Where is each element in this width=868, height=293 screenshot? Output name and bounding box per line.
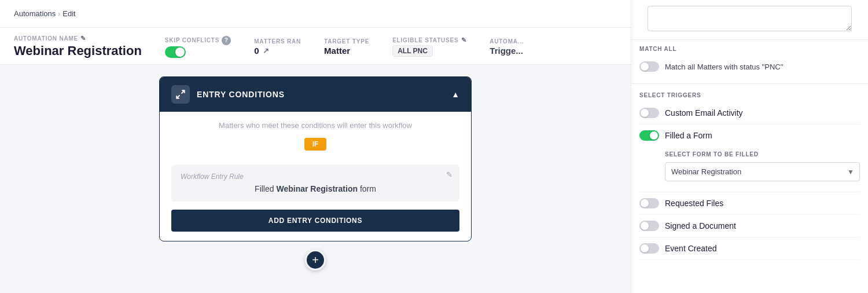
add-entry-conditions-button[interactable]: ADD ENTRY CONDITIONS	[171, 210, 459, 232]
status-badge: ALL PNC	[392, 45, 433, 57]
match-all-toggle[interactable]	[639, 61, 659, 72]
toggle-custom-email[interactable]	[639, 108, 659, 118]
breadcrumb-current: Edit	[62, 9, 75, 18]
rule-post-text: form	[360, 184, 376, 193]
top-bar: Automations › Edit	[0, 0, 631, 28]
rule-edit-icon[interactable]: ✎	[446, 170, 453, 179]
matters-ran-value-wrap: 0 ↗	[254, 46, 301, 56]
triggers-area: Custom Email Activity Filled a Form SELE…	[631, 102, 868, 260]
form-select-subsection: SELECT FORM TO BE FILLED Webinar Registr…	[639, 146, 860, 186]
trigger-custom-email: Custom Email Activity	[639, 102, 860, 124]
automation-name-label: AUTOMATION NAME ✎	[14, 35, 142, 42]
collapse-button[interactable]: ▲	[451, 90, 459, 99]
trigger-signed-document: Signed a Document	[639, 215, 860, 237]
trigger-custom-email-label: Custom Email Activity	[665, 108, 743, 118]
match-all-row: Match all Matters with status "PNC"	[639, 58, 860, 75]
eligible-statuses-label: ELIGIBLE STATUSES ✎	[392, 36, 466, 44]
breadcrumb-root[interactable]: Automations	[14, 9, 56, 18]
matters-ran-label: MATTERS RAN	[254, 38, 301, 45]
entry-card-header-left: ENTRY CONDITIONS	[171, 85, 285, 104]
entry-description: Matters who meet these conditions will e…	[171, 121, 459, 130]
match-all-section: MATCH ALL Match all Matters with status …	[631, 40, 868, 81]
eligible-statuses-field: ELIGIBLE STATUSES ✎ ALL PNC	[392, 36, 466, 57]
skip-conflicts-label: SKIP CONFLICTS ?	[165, 36, 231, 45]
match-all-label: MATCH ALL	[639, 46, 860, 52]
toggle-filled-form[interactable]	[639, 130, 659, 141]
skip-conflicts-field: SKIP CONFLICTS ?	[165, 36, 231, 58]
help-icon[interactable]: ?	[222, 36, 231, 45]
form-dropdown[interactable]: Webinar Registration	[665, 162, 860, 181]
select-triggers-label: SELECT TRIGGERS	[631, 86, 868, 102]
rule-pre-text: Filled	[255, 184, 274, 193]
entry-conditions-card: ENTRY CONDITIONS ▲ Matters who meet thes…	[159, 76, 472, 241]
automation-trigger-value: Trigge...	[490, 46, 524, 56]
automation-trigger-label: AUTOMA...	[490, 38, 524, 45]
header-section: AUTOMATION NAME ✎ Webinar Registration S…	[0, 28, 631, 65]
entry-card-body: Matters who meet these conditions will e…	[160, 112, 471, 241]
entry-icon	[171, 85, 190, 104]
toggle-event-created[interactable]	[639, 243, 659, 254]
entry-conditions-title: ENTRY CONDITIONS	[197, 90, 285, 99]
sub-section-label: SELECT FORM TO BE FILLED	[665, 151, 860, 158]
breadcrumb: Automations › Edit	[14, 9, 76, 18]
automation-name-block: AUTOMATION NAME ✎ Webinar Registration	[14, 35, 142, 58]
if-badge: IF	[304, 138, 327, 151]
trigger-event-created: Event Created	[639, 237, 860, 260]
rule-value: Filled Webinar Registration form	[181, 184, 450, 193]
content-area: ENTRY CONDITIONS ▲ Matters who meet thes…	[0, 65, 631, 282]
section-divider-1	[631, 83, 868, 84]
panel-textarea[interactable]	[648, 6, 852, 31]
target-type-field: TARGET TYPE Matter	[324, 38, 369, 56]
add-node-button[interactable]: +	[305, 250, 326, 270]
automation-title: Webinar Registration	[14, 43, 142, 58]
target-type-value: Matter	[324, 46, 369, 56]
matters-ran-value: 0	[254, 46, 259, 56]
trigger-signed-document-label: Signed a Document	[665, 221, 736, 230]
eligible-statuses-value: ALL PNC	[392, 45, 466, 57]
trigger-filled-form: Filled a Form SELECT FORM TO BE FILLED W…	[639, 124, 860, 192]
edit-icon[interactable]: ✎	[80, 35, 86, 42]
eligible-edit-icon[interactable]: ✎	[461, 36, 467, 44]
form-select-wrap: Webinar Registration ▼	[665, 162, 860, 181]
skip-conflicts-toggle[interactable]	[165, 46, 186, 58]
skip-conflicts-toggle-wrap	[165, 46, 231, 58]
toggle-signed-document[interactable]	[639, 221, 659, 231]
trigger-requested-files: Requested Files	[639, 192, 860, 215]
automation-trigger-field: AUTOMA... Trigge...	[490, 38, 524, 56]
trigger-event-created-label: Event Created	[665, 244, 717, 253]
trigger-requested-files-label: Requested Files	[665, 199, 723, 208]
entry-card-header: ENTRY CONDITIONS ▲	[160, 77, 471, 112]
main-area: Automations › Edit AUTOMATION NAME ✎ Web…	[0, 0, 631, 293]
rule-label: Workflow Entry Rule	[181, 173, 450, 181]
rule-box: ✎ Workflow Entry Rule Filled Webinar Reg…	[171, 164, 459, 202]
panel-textarea-wrap	[631, 0, 868, 40]
matters-ran-arrow[interactable]: ↗	[263, 46, 269, 55]
breadcrumb-separator: ›	[58, 10, 60, 18]
target-type-label: TARGET TYPE	[324, 38, 369, 45]
toggle-requested-files[interactable]	[639, 198, 659, 208]
trigger-filled-form-label: Filled a Form	[665, 131, 712, 140]
right-panel: MATCH ALL Match all Matters with status …	[631, 0, 868, 293]
match-all-text: Match all Matters with status "PNC"	[665, 63, 783, 71]
matters-ran-field: MATTERS RAN 0 ↗	[254, 38, 301, 56]
rule-bold-text: Webinar Registration	[276, 184, 358, 193]
